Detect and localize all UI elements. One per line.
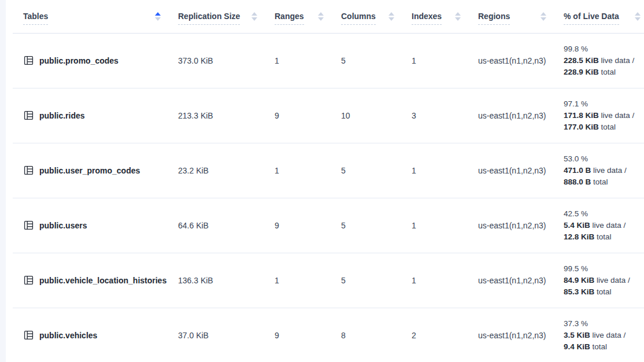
table-icon: [23, 55, 34, 66]
header-row: Tables Replication Size Ranges Columns: [13, 0, 644, 33]
table-row: public.promo_codes 373.0 KiB 1 5 1 us-ea…: [13, 33, 644, 88]
table-name-link[interactable]: public.user_promo_codes: [39, 166, 140, 175]
table-name-cell: public.rides: [13, 88, 178, 143]
column-header-tables[interactable]: Tables: [13, 0, 178, 33]
live-percent: 97.1 %: [564, 98, 644, 110]
live-data-cell: 53.0 % 471.0 B live data / 888.0 B total: [564, 143, 644, 198]
sort-icon[interactable]: [541, 12, 546, 21]
replication-size-cell: 64.6 KiB: [178, 198, 275, 253]
table-icon: [23, 330, 34, 341]
ranges-cell: 9: [275, 88, 341, 143]
replication-size-cell: 37.0 KiB: [178, 308, 275, 362]
sort-icon[interactable]: [635, 12, 641, 21]
table-row: public.users 64.6 KiB 9 5 1 us-east1(n1,…: [13, 198, 644, 253]
sort-icon[interactable]: [318, 12, 324, 21]
live-data-cell: 37.3 % 3.5 KiB live data / 9.4 KiB total: [564, 308, 644, 362]
live-percent: 53.0 %: [564, 153, 644, 165]
table-name-cell: public.promo_codes: [13, 33, 178, 88]
live-data-line: 171.8 KiB live data /: [564, 110, 644, 121]
ranges-cell: 1: [275, 33, 341, 88]
replication-size-cell: 136.3 KiB: [178, 253, 275, 308]
table-icon: [23, 220, 34, 231]
live-data-line: 3.5 KiB live data /: [564, 330, 644, 341]
total-data-line: 85.3 KiB total: [564, 286, 644, 298]
table-name-cell: public.vehicle_location_histories: [13, 253, 178, 308]
table-name-link[interactable]: public.users: [39, 221, 87, 230]
live-data-cell: 42.5 % 5.4 KiB live data / 12.8 KiB tota…: [564, 198, 644, 253]
table-name-link[interactable]: public.vehicle_location_histories: [39, 276, 166, 285]
table-name-link[interactable]: public.promo_codes: [39, 56, 119, 65]
live-data-cell: 97.1 % 171.8 KiB live data / 177.0 KiB t…: [564, 88, 644, 143]
replication-size-cell: 373.0 KiB: [178, 33, 275, 88]
live-data-cell: 99.8 % 228.5 KiB live data / 228.9 KiB t…: [564, 33, 644, 88]
table-name-link[interactable]: public.rides: [39, 111, 85, 120]
table-row: public.rides 213.3 KiB 9 10 3 us-east1(n…: [13, 88, 644, 143]
indexes-cell: 3: [412, 88, 478, 143]
column-header-label: % of Live Data: [564, 12, 619, 21]
regions-cell: us-east1(n1,n2,n3): [478, 308, 564, 362]
table-icon: [23, 110, 34, 121]
indexes-cell: 1: [412, 143, 478, 198]
table-name-cell: public.user_promo_codes: [13, 143, 178, 198]
column-header-label: Regions: [478, 12, 510, 21]
indexes-cell: 1: [412, 253, 478, 308]
table-row: public.vehicle_location_histories 136.3 …: [13, 253, 644, 308]
total-data-line: 12.8 KiB total: [564, 231, 644, 243]
database-tables-table: Tables Replication Size Ranges Columns: [13, 0, 644, 362]
total-data-line: 177.0 KiB total: [564, 121, 644, 133]
column-header-ranges[interactable]: Ranges: [275, 0, 341, 33]
sort-icon[interactable]: [388, 12, 394, 21]
total-data-line: 888.0 B total: [564, 176, 644, 188]
column-header-label: Columns: [341, 12, 376, 21]
table-name-cell: public.users: [13, 198, 178, 253]
indexes-cell: 1: [412, 198, 478, 253]
columns-cell: 8: [341, 308, 412, 362]
table-row: public.user_promo_codes 23.2 KiB 1 5 1 u…: [13, 143, 644, 198]
column-header-columns[interactable]: Columns: [341, 0, 412, 33]
tables-list-panel: Tables Replication Size Ranges Columns: [6, 0, 644, 362]
sort-icon[interactable]: [251, 12, 257, 21]
live-data-cell: 99.5 % 84.9 KiB live data / 85.3 KiB tot…: [564, 253, 644, 308]
live-data-line: 5.4 KiB live data /: [564, 220, 644, 231]
sort-icon[interactable]: [455, 12, 461, 21]
columns-cell: 10: [341, 88, 412, 143]
column-header-regions[interactable]: Regions: [478, 0, 564, 33]
table-row: public.vehicles 37.0 KiB 9 8 2 us-east1(…: [13, 308, 644, 362]
sort-ascending-icon[interactable]: [155, 12, 161, 21]
replication-size-cell: 213.3 KiB: [178, 88, 275, 143]
ranges-cell: 9: [275, 198, 341, 253]
live-data-line: 84.9 KiB live data /: [564, 275, 644, 286]
columns-cell: 5: [341, 33, 412, 88]
regions-cell: us-east1(n1,n2,n3): [478, 143, 564, 198]
ranges-cell: 9: [275, 308, 341, 362]
columns-cell: 5: [341, 253, 412, 308]
live-percent: 99.8 %: [564, 43, 644, 55]
column-header-live-data[interactable]: % of Live Data: [564, 0, 644, 33]
regions-cell: us-east1(n1,n2,n3): [478, 253, 564, 308]
indexes-cell: 1: [412, 33, 478, 88]
total-data-line: 9.4 KiB total: [564, 341, 644, 353]
regions-cell: us-east1(n1,n2,n3): [478, 33, 564, 88]
columns-cell: 5: [341, 143, 412, 198]
table-name-cell: public.vehicles: [13, 308, 178, 362]
column-header-replication-size[interactable]: Replication Size: [178, 0, 275, 33]
live-percent: 42.5 %: [564, 208, 644, 220]
live-percent: 37.3 %: [564, 318, 644, 330]
column-header-label: Replication Size: [178, 12, 240, 21]
columns-cell: 5: [341, 198, 412, 253]
column-header-label: Tables: [23, 12, 48, 21]
table-icon: [23, 165, 34, 176]
column-header-label: Indexes: [412, 12, 442, 21]
total-data-line: 228.9 KiB total: [564, 67, 644, 78]
live-data-line: 228.5 KiB live data /: [564, 55, 644, 67]
live-percent: 99.5 %: [564, 263, 644, 275]
ranges-cell: 1: [275, 143, 341, 198]
ranges-cell: 1: [275, 253, 341, 308]
replication-size-cell: 23.2 KiB: [178, 143, 275, 198]
live-data-line: 471.0 B live data /: [564, 165, 644, 176]
column-header-indexes[interactable]: Indexes: [412, 0, 478, 33]
table-name-link[interactable]: public.vehicles: [39, 331, 97, 340]
regions-cell: us-east1(n1,n2,n3): [478, 88, 564, 143]
regions-cell: us-east1(n1,n2,n3): [478, 198, 564, 253]
column-header-label: Ranges: [275, 12, 304, 21]
